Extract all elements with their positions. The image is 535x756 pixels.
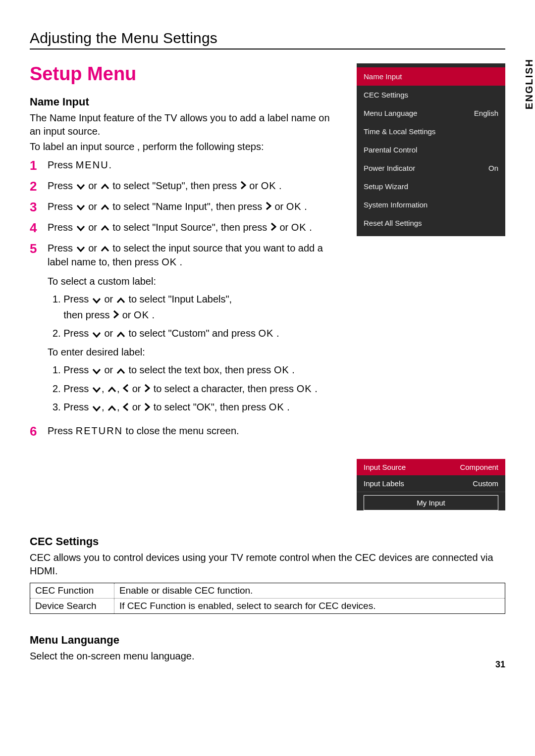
text: or bbox=[277, 222, 291, 233]
text: to select a character, then press bbox=[151, 383, 297, 394]
ok-key: OK bbox=[297, 383, 312, 394]
chevron-up-icon bbox=[101, 242, 109, 255]
text: Press bbox=[48, 222, 76, 233]
ok-key: OK bbox=[286, 201, 302, 212]
text: or bbox=[86, 201, 100, 212]
step-1: 1 Press MENU. bbox=[30, 158, 342, 173]
text: 1. Press bbox=[53, 294, 92, 304]
chevron-down-icon bbox=[92, 327, 101, 342]
text: or bbox=[102, 328, 116, 339]
chevron-down-icon bbox=[76, 221, 85, 235]
ok-key: OK bbox=[291, 222, 307, 233]
menu-row: Name Input bbox=[357, 67, 505, 86]
chevron-up-icon bbox=[116, 293, 125, 307]
table-cell: Device Search bbox=[30, 599, 114, 613]
header-divider bbox=[30, 49, 505, 50]
menu-row-label: CEC Settings bbox=[364, 91, 408, 99]
menu-row: Menu LanguageEnglish bbox=[357, 104, 505, 122]
text: or bbox=[86, 243, 100, 253]
step-4: 4 Press or to select "Input Source", the… bbox=[30, 221, 342, 236]
text: or bbox=[272, 201, 286, 212]
step-num: 6 bbox=[30, 424, 48, 439]
menu-row: Parental Control bbox=[357, 141, 505, 159]
text: . bbox=[307, 222, 312, 233]
text: . bbox=[149, 309, 155, 320]
ok-key: OK bbox=[134, 309, 149, 320]
text: . bbox=[284, 402, 290, 412]
chevron-right-icon bbox=[240, 180, 246, 193]
text: 3. Press bbox=[53, 402, 92, 412]
chevron-down-icon bbox=[76, 242, 85, 255]
step-num: 3 bbox=[30, 200, 48, 215]
step-6: 6 Press RETURN to close the menu screen. bbox=[30, 424, 342, 439]
chevron-up-icon bbox=[107, 401, 116, 415]
table-row: Device SearchIf CEC Function is enabled,… bbox=[30, 599, 505, 613]
value: Component bbox=[460, 463, 498, 471]
text: , bbox=[102, 383, 107, 394]
chevron-right-icon bbox=[113, 308, 119, 323]
main-title: Setup Menu bbox=[30, 63, 342, 85]
text: Press bbox=[48, 201, 76, 212]
name-input-desc-2: To label an input source , perform the f… bbox=[30, 140, 342, 153]
text: or bbox=[102, 364, 116, 375]
menu-row-label: Time & Local Settings bbox=[364, 127, 435, 136]
table-cell: Enable or disable CEC function. bbox=[114, 583, 505, 598]
menu-row: Time & Local Settings bbox=[357, 122, 505, 141]
step-num: 5 bbox=[30, 242, 48, 419]
section-title-cec: CEC Settings bbox=[30, 535, 505, 548]
text: . bbox=[109, 159, 112, 170]
text: to select "Setup", then press bbox=[110, 180, 240, 191]
panel-row-input-source: Input Source Component bbox=[357, 459, 505, 475]
text: to select "Custom" and press bbox=[126, 328, 259, 339]
text: then press bbox=[63, 309, 112, 320]
chevron-left-icon bbox=[123, 401, 129, 415]
menu-language-desc: Select the on-screen menu language. bbox=[30, 650, 505, 663]
table-row: CEC FunctionEnable or disable CEC functi… bbox=[30, 583, 505, 599]
chevron-up-icon bbox=[101, 201, 109, 214]
language-tab: ENGLISH bbox=[524, 58, 535, 109]
text: , bbox=[117, 383, 122, 394]
text: or bbox=[129, 402, 144, 412]
value: Custom bbox=[473, 479, 498, 488]
menu-row-label: Reset All Settings bbox=[364, 219, 422, 227]
chevron-down-icon bbox=[92, 401, 101, 415]
chevron-down-icon bbox=[92, 363, 101, 378]
ok-key: OK bbox=[261, 180, 276, 191]
step-3: 3 Press or to select "Name Input", then … bbox=[30, 200, 342, 215]
text: . bbox=[177, 256, 182, 267]
text: Press bbox=[48, 243, 76, 253]
chevron-up-icon bbox=[116, 363, 125, 378]
text: or bbox=[129, 383, 144, 394]
return-key: RETURN bbox=[76, 425, 123, 436]
ok-key: OK bbox=[161, 256, 177, 267]
menu-row: Power IndicatorOn bbox=[357, 159, 505, 177]
text: . bbox=[273, 328, 279, 339]
chevron-up-icon bbox=[101, 180, 109, 193]
table-cell: If CEC Function is enabled, select to se… bbox=[114, 599, 505, 613]
step-5: 5 Press or to select the input source th… bbox=[30, 242, 342, 419]
page-title: Adjusting the Menu Settings bbox=[30, 30, 505, 47]
text: or bbox=[247, 180, 261, 191]
text: . bbox=[312, 383, 318, 394]
chevron-right-icon bbox=[144, 401, 150, 415]
panel-row-input-labels: Input Labels Custom bbox=[357, 475, 505, 492]
chevron-left-icon bbox=[123, 382, 129, 397]
chevron-right-icon bbox=[266, 201, 271, 214]
step-2: 2 Press or to select "Setup", then press… bbox=[30, 179, 342, 194]
text: to select "OK", then press bbox=[151, 402, 269, 412]
chevron-down-icon bbox=[92, 293, 101, 307]
menu-row: Reset All Settings bbox=[357, 214, 505, 232]
text: . bbox=[289, 364, 295, 375]
chevron-right-icon bbox=[144, 382, 150, 397]
table-cell: CEC Function bbox=[30, 583, 114, 598]
chevron-up-icon bbox=[107, 382, 116, 397]
setup-menu-panel: Name InputCEC SettingsMenu LanguageEngli… bbox=[357, 63, 505, 236]
menu-row-label: System Information bbox=[364, 201, 428, 209]
chevron-up-icon bbox=[116, 327, 125, 342]
text: 1. Press bbox=[53, 364, 92, 375]
text: to close the menu screen. bbox=[123, 425, 239, 436]
text: Press bbox=[48, 425, 76, 436]
text: or bbox=[102, 294, 116, 304]
cec-desc: CEC allows you to control devices using … bbox=[30, 551, 505, 578]
menu-row-label: Power Indicator bbox=[364, 164, 415, 172]
